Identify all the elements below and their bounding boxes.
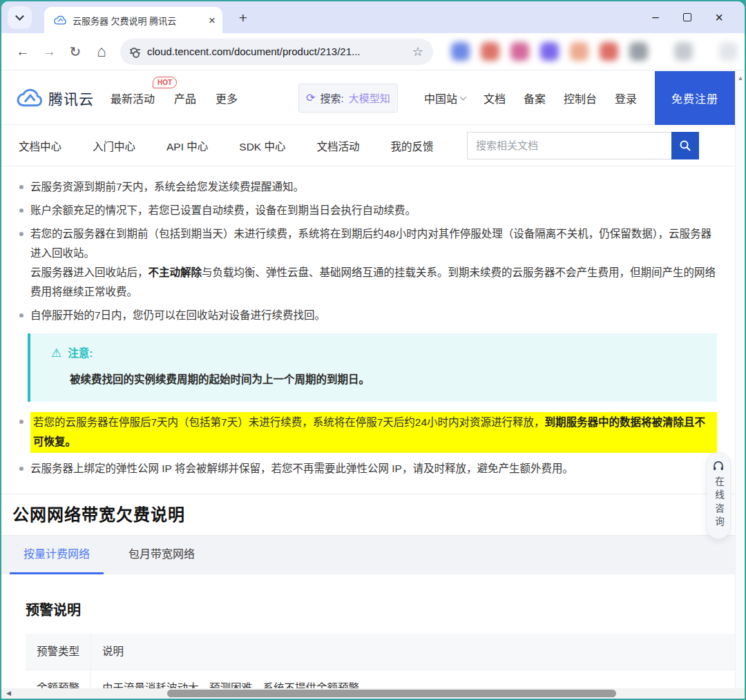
doc-nav-my-feedback[interactable]: 我的反馈 <box>391 138 434 153</box>
headset-icon <box>713 461 724 471</box>
list-item: 若您的云服务器在到期前（包括到期当天）未进行续费，系统将在到期后约48小时内对其… <box>19 224 717 302</box>
main-nav: 最新活动 HOT 产品 更多 <box>111 90 238 106</box>
extension-icon[interactable] <box>481 42 499 61</box>
highlighted-text: 若您的云服务器在停服后7天内（包括第7天）未进行续费，系统将在停服7天后约24小… <box>30 412 717 453</box>
bullet-icon <box>19 313 23 318</box>
bullet-icon <box>19 185 23 189</box>
bullet-icon <box>19 467 23 471</box>
tab-title: 云服务器 欠费说明 腾讯云 <box>73 14 202 27</box>
bullet-icon <box>19 208 23 213</box>
extension-icon[interactable] <box>540 42 559 61</box>
url-text[interactable]: cloud.tencent.com/document/product/213/2… <box>147 46 405 57</box>
doc-search-input[interactable] <box>467 132 671 159</box>
horizontal-scrollbar[interactable]: ◀ <box>1 688 745 699</box>
tab-pay-as-you-go[interactable]: 按量计费网络 <box>10 536 104 574</box>
column-header: 预警类型 <box>26 634 91 670</box>
doc-nav-doc-activity[interactable]: 文档活动 <box>317 138 360 153</box>
browser-toolbar: ← → ↻ ⌂ cloud.tencent.com/document/produ… <box>1 33 745 70</box>
site-info-icon[interactable] <box>130 49 140 54</box>
extension-icon[interactable] <box>719 42 738 61</box>
tab-search-button[interactable] <box>8 6 32 29</box>
search-refresh-icon[interactable]: ⟳ <box>306 91 315 104</box>
doc-nav-sdk-center[interactable]: SDK 中心 <box>239 138 285 153</box>
scroll-left-icon[interactable]: ◀ <box>6 690 11 697</box>
header-search-box[interactable]: ⟳ 搜索: 大模型知... <box>298 84 398 113</box>
home-icon[interactable]: ⌂ <box>88 39 115 65</box>
nav-item-china-site[interactable]: 中国站 <box>424 90 466 106</box>
doc-nav-doc-center[interactable]: 文档中心 <box>19 138 61 153</box>
site-header: 腾讯云 最新活动 HOT 产品 更多 ⟳ 搜索: 大模型知... <box>1 71 735 125</box>
close-window-button[interactable]: × <box>703 1 735 33</box>
page-viewport: ▲ 腾讯云 最新活动 HOT 产品 更多 <box>1 71 745 699</box>
tab-monthly-bandwidth[interactable]: 包月带宽网络 <box>115 536 209 574</box>
tencent-cloud-logo[interactable]: 腾讯云 <box>17 88 94 108</box>
scroll-up-icon[interactable]: ▲ <box>736 75 745 81</box>
nav-item-beian[interactable]: 备案 <box>524 90 546 106</box>
list-item: 云服务资源到期前7天内，系统会给您发送续费提醒通知。 <box>19 177 717 197</box>
nav-item-products[interactable]: 产品 <box>174 90 196 106</box>
divider <box>1 494 735 494</box>
table-header-row: 预警类型 说明 <box>26 634 735 670</box>
free-register-button[interactable]: 免费注册 <box>655 71 735 125</box>
favicon-cloud-icon <box>54 15 66 25</box>
bullet-list: 云服务资源到期前7天内，系统会给您发送续费提醒通知。 账户余额充足的情况下，若您… <box>19 177 717 325</box>
url-bar[interactable]: cloud.tencent.com/document/product/213/2… <box>120 39 433 65</box>
page-content: 腾讯云 最新活动 HOT 产品 更多 ⟳ 搜索: 大模型知... <box>1 71 735 699</box>
extension-icon[interactable] <box>451 42 470 61</box>
column-header: 说明 <box>91 634 735 670</box>
window-controls: – × <box>640 1 735 33</box>
article: 云服务资源到期前7天内，系统会给您发送续费提醒通知。 账户余额充足的情况下，若您… <box>1 166 735 699</box>
doc-nav-api-center[interactable]: API 中心 <box>166 138 208 153</box>
hot-badge: HOT <box>153 77 177 88</box>
header-right-nav: 中国站 文档 备案 控制台 登录 <box>424 90 637 106</box>
extension-icons <box>451 42 738 61</box>
minimize-button[interactable]: – <box>640 1 671 33</box>
notice-body: 被续费找回的实例续费周期的起始时间为上一个周期的到期日。 <box>70 370 703 389</box>
vertical-scrollbar[interactable]: ▲ <box>735 71 745 699</box>
extension-icon[interactable] <box>510 42 529 61</box>
doc-nav: 文档中心 入门中心 API 中心 SDK 中心 文档活动 我的反馈 <box>1 125 735 166</box>
bullet-list: 若您的云服务器在停服后7天内（包括第7天）未进行续费，系统将在停服7天后约24小… <box>19 412 717 478</box>
bookmark-star-icon[interactable]: ☆ <box>412 44 423 59</box>
nav-item-activities[interactable]: 最新活动 HOT <box>111 90 155 106</box>
list-item-highlighted: 若您的云服务器在停服后7天内（包括第7天）未进行续费，系统将在停服7天后约24小… <box>19 412 717 453</box>
nav-item-docs[interactable]: 文档 <box>484 90 506 106</box>
extension-icon[interactable] <box>600 42 618 61</box>
tab-strip: 云服务器 欠费说明 腾讯云 × + – × <box>1 1 745 33</box>
magnifier-icon <box>679 139 691 152</box>
nav-item-login[interactable]: 登录 <box>615 90 637 106</box>
tab-close-icon[interactable]: × <box>209 14 216 26</box>
list-item: 账户余额充足的情况下，若您已设置自动续费，设备在到期当日会执行自动续费。 <box>19 201 717 220</box>
nav-item-console[interactable]: 控制台 <box>564 90 597 106</box>
consult-label: 在线咨询 <box>711 476 725 530</box>
cloud-logo-icon <box>17 88 43 107</box>
extension-icon[interactable] <box>570 42 589 61</box>
forward-icon[interactable]: → <box>36 39 62 65</box>
browser-window: 云服务器 欠费说明 腾讯云 × + – × ← → ↻ ⌂ cloud.tenc… <box>1 1 745 699</box>
browser-tab[interactable]: 云服务器 欠费说明 腾讯云 × <box>44 7 222 33</box>
pricing-tab-bar: 按量计费网络 包月带宽网络 <box>1 535 735 574</box>
chevron-down-icon <box>15 12 24 21</box>
doc-search <box>467 132 699 159</box>
doc-search-button[interactable] <box>671 132 699 159</box>
logo-text[interactable]: 腾讯云 <box>48 88 94 108</box>
back-icon[interactable]: ← <box>10 39 36 65</box>
nav-item-more[interactable]: 更多 <box>216 90 238 106</box>
maximize-button[interactable] <box>671 1 703 33</box>
chevron-down-icon <box>459 93 466 100</box>
list-item: 云服务器上绑定的弹性公网 IP 将会被解绑并保留，若您不再需要此弹性公网 IP，… <box>19 459 717 478</box>
extension-icon[interactable] <box>629 42 648 61</box>
reload-icon[interactable]: ↻ <box>62 39 88 65</box>
doc-nav-getting-started[interactable]: 入门中心 <box>93 138 135 153</box>
search-label: 搜索: <box>320 90 343 105</box>
subsection-title: 预警说明 <box>26 601 717 620</box>
bullet-icon <box>19 420 23 424</box>
section-title: 公网网络带宽欠费说明 <box>12 505 717 525</box>
online-consult-widget[interactable]: 在线咨询 <box>706 452 731 539</box>
horizontal-scrollbar-thumb[interactable] <box>167 690 616 697</box>
notice-title: 注意: <box>68 344 93 363</box>
extension-icon[interactable] <box>674 42 693 61</box>
new-tab-button[interactable]: + <box>232 8 254 28</box>
search-hint-text: 大模型知... <box>349 90 390 105</box>
warning-icon: ⚠ <box>51 344 61 363</box>
